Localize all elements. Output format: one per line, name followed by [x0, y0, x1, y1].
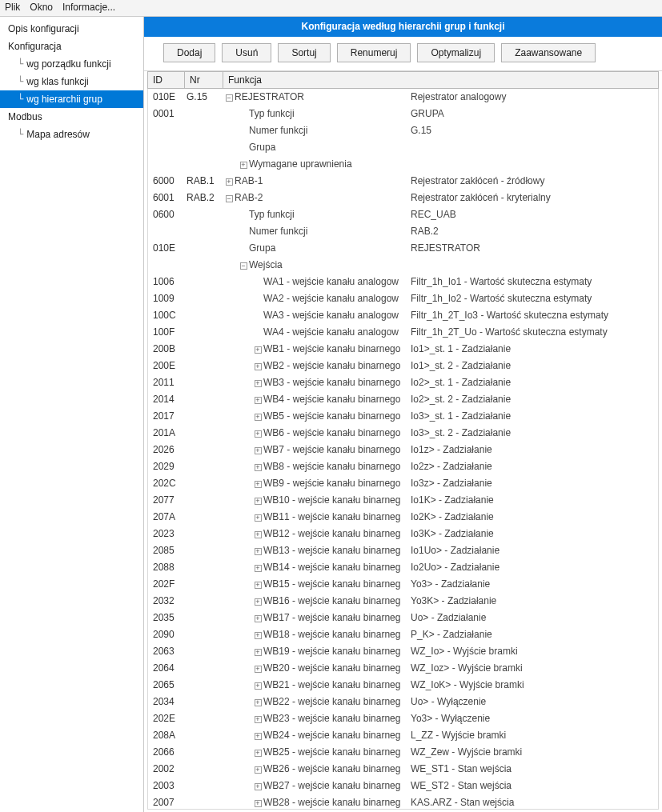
grid-row[interactable]: 6000RAB.1+RAB-1Rejestrator zakłóceń - źr… — [148, 173, 658, 190]
expander-icon[interactable]: + — [252, 544, 263, 558]
grid-row[interactable]: Numer funkcjiRAB.2 — [148, 223, 658, 240]
menu-window[interactable]: Okno — [30, 2, 53, 13]
sidebar-child-0[interactable]: └ wg porządku funkcji — [0, 55, 143, 73]
sidebar-child-2[interactable]: └ wg hierarchii grup — [0, 90, 143, 108]
cell-funkcja: Grupa — [249, 141, 411, 154]
sidebar-child-1[interactable]: └ wg klas funkcji — [0, 73, 143, 90]
advanced-button[interactable]: Zaawansowane — [501, 43, 596, 62]
expander-icon[interactable]: + — [252, 426, 263, 440]
grid-row[interactable]: 2011+WB3 - wejście kanału binarnegoIo2>_… — [148, 374, 658, 391]
col-header-funkcja[interactable]: Funkcja — [223, 72, 658, 88]
cell-funkcja: WB14 - wejście kanału binarneg — [263, 561, 411, 574]
cell-id: 2011 — [148, 376, 185, 390]
sidebar-item-modbus[interactable]: Modbus — [0, 108, 143, 126]
grid-row[interactable]: Grupa — [148, 139, 658, 156]
grid-row[interactable]: 2029+WB8 - wejście kanału binarnegoIo2z>… — [148, 458, 658, 475]
grid-row[interactable]: 201A+WB6 - wejście kanału binarnegoIo3>_… — [148, 425, 658, 442]
grid-row[interactable]: 2066+WB25 - wejście kanału binarnegWZ_Ze… — [148, 744, 658, 761]
grid-row[interactable]: 2032+WB16 - wejście kanału binarnegYo3K>… — [148, 593, 658, 610]
renumber-button[interactable]: Renumeruj — [337, 43, 411, 62]
col-header-id[interactable]: ID — [148, 72, 185, 88]
grid-row[interactable]: 2023+WB12 - wejście kanału binarnegIo3K>… — [148, 526, 658, 542]
expander-icon[interactable]: + — [252, 695, 263, 709]
expander-icon[interactable]: + — [252, 611, 263, 625]
grid-row[interactable]: 2026+WB7 - wejście kanału binarnegoIo1z>… — [148, 442, 658, 458]
grid-row[interactable]: 2088+WB14 - wejście kanału binarnegIo2Uo… — [148, 559, 658, 576]
expander-icon[interactable]: + — [252, 494, 263, 507]
expander-icon[interactable]: + — [252, 510, 263, 524]
expander-icon[interactable]: + — [252, 393, 263, 406]
grid-row[interactable]: 202E+WB23 - wejście kanału binarnegYo3> … — [148, 710, 658, 727]
sidebar-modbus-child-0[interactable]: └ Mapa adresów — [0, 126, 143, 143]
expander-icon[interactable]: + — [252, 460, 263, 474]
expander-icon[interactable]: + — [252, 729, 263, 742]
menu-file[interactable]: Plik — [5, 2, 20, 13]
grid-row[interactable]: 207A+WB11 - wejście kanału binarnegIo2K>… — [148, 509, 658, 526]
expander-icon[interactable]: + — [238, 158, 249, 171]
sidebar-item-opis[interactable]: Opis konfiguracji — [0, 20, 143, 38]
grid-row[interactable]: 202C+WB9 - wejście kanału binarnegoIo3z>… — [148, 475, 658, 492]
grid-row[interactable]: 0600Typ funkcjiREC_UAB — [148, 206, 658, 223]
expander-icon[interactable]: − — [223, 191, 235, 205]
expander-icon[interactable]: + — [252, 779, 263, 793]
optimize-button[interactable]: Optymalizuj — [417, 43, 495, 62]
grid-row[interactable]: 2090+WB18 - wejście kanału binarnegP_K> … — [148, 626, 658, 643]
grid-row[interactable]: 1009WA2 - wejście kanału analogowFiltr_1… — [148, 290, 658, 307]
expander-icon[interactable]: + — [252, 594, 263, 608]
grid-row[interactable]: +Wymagane uprawnienia — [148, 156, 658, 173]
grid-row[interactable]: 2014+WB4 - wejście kanału binarnegoIo2>_… — [148, 391, 658, 408]
grid-row[interactable]: 2003+WB27 - wejście kanału binarnegWE_ST… — [148, 778, 658, 794]
grid-row[interactable]: 2035+WB17 - wejście kanału binarnegUo> -… — [148, 610, 658, 626]
expander-icon[interactable]: + — [252, 712, 263, 726]
grid-row[interactable]: −Wejścia — [148, 257, 658, 274]
delete-button[interactable]: Usuń — [222, 43, 271, 62]
expander-icon[interactable]: − — [238, 258, 249, 272]
grid-row[interactable]: 1006WA1 - wejście kanału analogowFiltr_1… — [148, 274, 658, 290]
expander-icon[interactable]: + — [252, 527, 263, 541]
grid-row[interactable]: Numer funkcjiG.15 — [148, 122, 658, 139]
expander-icon[interactable]: + — [252, 796, 263, 810]
cell-funkcja: WB27 - wejście kanału binarneg — [263, 779, 411, 793]
grid-row[interactable]: 200E+WB2 - wejście kanału binarnegoIo1>_… — [148, 358, 658, 374]
expander-icon[interactable]: + — [252, 645, 263, 658]
expander-icon[interactable]: − — [223, 90, 235, 104]
expander-icon[interactable]: + — [252, 561, 263, 574]
grid-row[interactable]: 100CWA3 - wejście kanału analogowFiltr_1… — [148, 307, 658, 324]
expander-icon[interactable]: + — [252, 746, 263, 759]
expander-icon[interactable]: + — [252, 662, 263, 675]
expander-icon[interactable]: + — [252, 477, 263, 490]
grid-row[interactable]: 2017+WB5 - wejście kanału binarnegoIo3>_… — [148, 408, 658, 425]
grid-row[interactable]: 2064+WB20 - wejście kanału binarnegWZ_Io… — [148, 660, 658, 677]
expander-icon[interactable]: + — [252, 410, 263, 423]
add-button[interactable]: Dodaj — [163, 43, 215, 62]
expander-icon[interactable]: + — [252, 359, 263, 373]
expander-icon[interactable]: + — [252, 628, 263, 642]
grid-row[interactable]: 2063+WB19 - wejście kanału binarnegWZ_Io… — [148, 643, 658, 660]
cell-id: 2017 — [148, 410, 185, 423]
grid-row[interactable]: 6001RAB.2−RAB-2Rejestrator zakłóceń - kr… — [148, 190, 658, 206]
grid-row[interactable]: 2007+WB28 - wejście kanału binarnegKAS.A… — [148, 794, 658, 810]
grid-row[interactable]: 202F+WB15 - wejście kanału binarnegYo3> … — [148, 576, 658, 593]
grid-row[interactable]: 208A+WB24 - wejście kanału binarnegL_ZZ … — [148, 727, 658, 744]
expander-icon[interactable]: + — [252, 578, 263, 591]
grid-row[interactable]: 010EGrupaREJESTRATOR — [148, 240, 658, 257]
expander-icon[interactable]: + — [252, 678, 263, 692]
grid-row[interactable]: 100FWA4 - wejście kanału analogowFiltr_1… — [148, 324, 658, 341]
expander-icon[interactable]: + — [252, 342, 263, 356]
grid-row[interactable]: 010EG.15−REJESTRATORRejestrator analogow… — [148, 89, 658, 106]
expander-icon[interactable]: + — [252, 762, 263, 776]
sort-button[interactable]: Sortuj — [278, 43, 330, 62]
expander-icon[interactable]: + — [223, 174, 235, 188]
menu-info[interactable]: Informacje... — [62, 2, 115, 13]
grid-row[interactable]: 2077+WB10 - wejście kanału binarnegIo1K>… — [148, 492, 658, 509]
grid-row[interactable]: 2034+WB22 - wejście kanału binarnegUo> -… — [148, 694, 658, 710]
grid-row[interactable]: 2002+WB26 - wejście kanału binarnegWE_ST… — [148, 761, 658, 778]
grid-row[interactable]: 0001Typ funkcjiGRUPA — [148, 106, 658, 122]
grid-row[interactable]: 2065+WB21 - wejście kanału binarnegWZ_Io… — [148, 677, 658, 694]
sidebar-item-konfiguracja[interactable]: Konfiguracja — [0, 38, 143, 55]
expander-icon[interactable]: + — [252, 376, 263, 390]
grid-row[interactable]: 200B+WB1 - wejście kanału binarnegoIo1>_… — [148, 341, 658, 358]
expander-icon[interactable]: + — [252, 443, 263, 457]
grid-row[interactable]: 2085+WB13 - wejście kanału binarnegIo1Uo… — [148, 542, 658, 559]
col-header-nr[interactable]: Nr — [185, 72, 223, 88]
